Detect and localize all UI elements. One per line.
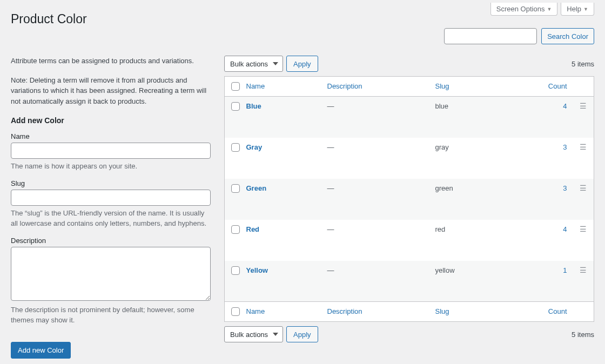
items-count-top: 5 items bbox=[572, 60, 594, 68]
add-new-color-button[interactable]: Add new Color bbox=[11, 342, 71, 359]
term-slug: yellow bbox=[430, 261, 535, 302]
row-checkbox[interactable] bbox=[231, 102, 240, 111]
select-all-checkbox-top[interactable] bbox=[231, 82, 240, 91]
column-footer-name[interactable]: Name bbox=[241, 302, 322, 322]
search-input[interactable] bbox=[444, 28, 537, 44]
reorder-icon[interactable]: ☰ bbox=[580, 184, 587, 192]
slug-label: Slug bbox=[11, 179, 211, 187]
form-heading: Add new Color bbox=[11, 116, 211, 125]
term-description: — bbox=[322, 97, 430, 138]
term-name-link[interactable]: Yellow bbox=[246, 266, 268, 274]
table-row: Green—green3☰ bbox=[225, 179, 594, 220]
table-row: Blue—blue4☰ bbox=[225, 97, 594, 138]
search-button[interactable]: Search Color bbox=[541, 28, 594, 44]
reorder-icon[interactable]: ☰ bbox=[580, 102, 587, 110]
term-count-link[interactable]: 3 bbox=[563, 184, 567, 192]
term-slug: blue bbox=[430, 97, 535, 138]
table-row: Gray—gray3☰ bbox=[225, 138, 594, 179]
term-name-link[interactable]: Gray bbox=[246, 143, 263, 151]
term-count-link[interactable]: 4 bbox=[563, 102, 567, 110]
description-field[interactable] bbox=[11, 247, 211, 301]
term-count-link[interactable]: 1 bbox=[563, 266, 567, 274]
intro-text: Attribute terms can be assigned to produ… bbox=[11, 56, 211, 66]
slug-help: The “slug” is the URL-friendly version o… bbox=[11, 208, 211, 229]
apply-button-top[interactable]: Apply bbox=[286, 56, 318, 72]
help-button[interactable]: Help ▼ bbox=[561, 3, 594, 16]
term-name-link[interactable]: Green bbox=[246, 184, 267, 192]
term-description: — bbox=[322, 179, 430, 220]
row-checkbox[interactable] bbox=[231, 143, 240, 152]
table-row: Yellow—yellow1☰ bbox=[225, 261, 594, 302]
dropdown-icon: ▼ bbox=[547, 6, 552, 12]
column-header-name[interactable]: Name bbox=[241, 77, 322, 97]
name-help: The name is how it appears on your site. bbox=[11, 161, 211, 172]
screen-options-label: Screen Options bbox=[496, 5, 545, 13]
note-text: Note: Deleting a term will remove it fro… bbox=[11, 75, 211, 107]
screen-options-button[interactable]: Screen Options ▼ bbox=[490, 3, 558, 16]
terms-table: Name Description Slug Count Blue—blue4☰G… bbox=[224, 76, 594, 322]
description-label: Description bbox=[11, 237, 211, 245]
bulk-actions-select-bottom[interactable]: Bulk actions bbox=[224, 326, 283, 342]
row-checkbox[interactable] bbox=[231, 225, 240, 234]
term-name-link[interactable]: Red bbox=[246, 225, 260, 233]
term-slug: gray bbox=[430, 138, 535, 179]
term-slug: green bbox=[430, 179, 535, 220]
description-help: The description is not prominent by defa… bbox=[11, 305, 211, 326]
slug-field[interactable] bbox=[11, 190, 211, 206]
dropdown-icon: ▼ bbox=[583, 6, 588, 12]
row-checkbox[interactable] bbox=[231, 266, 240, 275]
column-footer-description[interactable]: Description bbox=[322, 302, 430, 322]
column-footer-slug[interactable]: Slug bbox=[430, 302, 535, 322]
column-header-count[interactable]: Count bbox=[535, 77, 573, 97]
row-checkbox[interactable] bbox=[231, 184, 240, 193]
select-all-checkbox-bottom[interactable] bbox=[231, 307, 240, 316]
term-count-link[interactable]: 3 bbox=[563, 143, 567, 151]
column-header-slug[interactable]: Slug bbox=[430, 77, 535, 97]
term-description: — bbox=[322, 261, 430, 302]
reorder-icon[interactable]: ☰ bbox=[580, 266, 587, 274]
column-footer-count[interactable]: Count bbox=[535, 302, 573, 322]
term-name-link[interactable]: Blue bbox=[246, 102, 261, 110]
apply-button-bottom[interactable]: Apply bbox=[286, 326, 318, 342]
term-description: — bbox=[322, 220, 430, 261]
items-count-bottom: 5 items bbox=[572, 331, 594, 339]
term-description: — bbox=[322, 138, 430, 179]
help-label: Help bbox=[567, 5, 581, 13]
name-field[interactable] bbox=[11, 143, 211, 159]
column-header-description[interactable]: Description bbox=[322, 77, 430, 97]
table-row: Red—red4☰ bbox=[225, 220, 594, 261]
term-slug: red bbox=[430, 220, 535, 261]
term-count-link[interactable]: 4 bbox=[563, 225, 567, 233]
name-label: Name bbox=[11, 132, 211, 140]
reorder-icon[interactable]: ☰ bbox=[580, 143, 587, 151]
reorder-icon[interactable]: ☰ bbox=[580, 225, 587, 233]
bulk-actions-select-top[interactable]: Bulk actions bbox=[224, 56, 283, 72]
